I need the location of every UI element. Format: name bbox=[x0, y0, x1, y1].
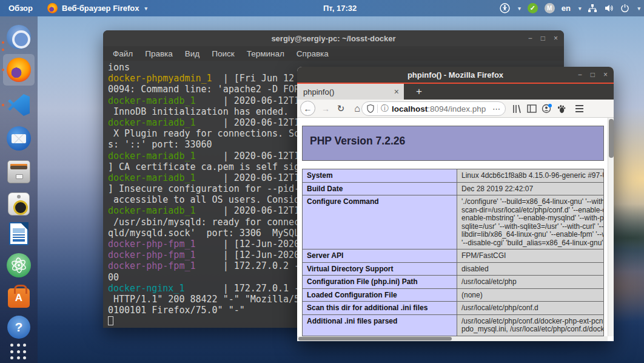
menu-search[interactable]: Поиск bbox=[212, 49, 234, 58]
library-icon[interactable] bbox=[511, 100, 524, 118]
horizontal-scrollbar[interactable] bbox=[297, 336, 608, 341]
scrollbar-thumb[interactable] bbox=[298, 337, 452, 341]
dock: A ? bbox=[0, 16, 38, 363]
php-version-header: PHP Version 7.2.26 bbox=[302, 126, 604, 161]
chevron-down-icon: ▾ bbox=[518, 5, 521, 12]
menu-view[interactable]: Вид bbox=[185, 49, 200, 58]
power-icon[interactable] bbox=[620, 4, 629, 13]
network-wired-icon[interactable] bbox=[588, 4, 597, 13]
table-row: Configure Command'./configure' '--build=… bbox=[303, 195, 604, 249]
dock-item-vscode[interactable] bbox=[7, 93, 31, 117]
maximize-button[interactable]: □ bbox=[541, 34, 545, 42]
reload-button[interactable]: ↻ bbox=[334, 100, 347, 118]
app-menu-label: Веб-браузер Firefox bbox=[62, 4, 139, 13]
firefox-window-title: phpinfo() - Mozilla Firefox bbox=[408, 70, 503, 80]
minimize-button[interactable]: − bbox=[528, 34, 532, 42]
dock-item-atom[interactable] bbox=[7, 253, 31, 277]
running-dot bbox=[2, 104, 4, 106]
tab-title: phpinfo() bbox=[303, 87, 394, 97]
vertical-scrollbar[interactable] bbox=[608, 118, 614, 336]
running-dot bbox=[2, 69, 4, 71]
chevron-down-icon: ▾ bbox=[144, 5, 147, 12]
firefox-window-controls: − □ × bbox=[578, 67, 608, 83]
divider bbox=[377, 104, 378, 113]
vscode-icon bbox=[8, 94, 30, 116]
site-info-icon[interactable]: ⓘ bbox=[381, 103, 389, 114]
dock-item-audio[interactable] bbox=[7, 191, 31, 215]
forward-button[interactable]: → bbox=[319, 100, 332, 118]
new-tab-button[interactable]: + bbox=[411, 84, 427, 100]
ubuntu-software-icon: A bbox=[8, 288, 30, 308]
table-row: Configuration File (php.ini) Path/usr/lo… bbox=[303, 276, 604, 289]
terminal-window-controls: − □ × bbox=[528, 30, 558, 46]
minimize-button[interactable]: − bbox=[578, 70, 582, 79]
menu-help[interactable]: Справка bbox=[297, 49, 329, 58]
thunderbird-icon bbox=[7, 126, 31, 151]
dock-item-writer[interactable] bbox=[7, 222, 31, 246]
dock-item-chromium[interactable] bbox=[7, 25, 31, 49]
firefox-window: phpinfo() - Mozilla Firefox − □ × phpinf… bbox=[297, 67, 614, 341]
table-row: SystemLinux 4dcb6c1f8a8b 4.15.0-96-gener… bbox=[303, 169, 604, 183]
close-button[interactable]: × bbox=[603, 70, 608, 79]
url-host: localhost bbox=[392, 104, 428, 114]
terminal-menubar: Файл Правка Вид Поиск Терминал Справка bbox=[103, 46, 564, 61]
speaker-icon bbox=[8, 192, 30, 215]
account-icon[interactable] bbox=[540, 100, 553, 118]
top-bar: Обзор Веб-браузер Firefox ▾ Пт, 17:32 ▾ … bbox=[0, 0, 644, 16]
terminal-title: sergiy@sergiy-pc: ~/losst-docker bbox=[271, 34, 395, 43]
libreoffice-writer-icon bbox=[9, 222, 29, 245]
table-row: Server APIFPM/FastCGI bbox=[303, 249, 604, 263]
back-button[interactable]: ← bbox=[300, 101, 315, 116]
menu-terminal[interactable]: Терминал bbox=[247, 49, 284, 58]
desktop: Обзор Веб-браузер Firefox ▾ Пт, 17:32 ▾ … bbox=[0, 0, 644, 363]
menu-edit[interactable]: Правка bbox=[145, 49, 173, 58]
system-tray: ▾ ✓ M en ▾ ▾ bbox=[500, 0, 640, 16]
table-row: Additional .ini files parsed/usr/local/e… bbox=[303, 314, 604, 336]
dock-item-firefox[interactable] bbox=[7, 58, 31, 82]
firefox-titlebar[interactable]: phpinfo() - Mozilla Firefox − □ × bbox=[297, 67, 614, 83]
keyboard-layout-indicator[interactable]: en bbox=[562, 4, 571, 13]
notification-dot bbox=[548, 104, 552, 107]
terminal-cursor bbox=[108, 316, 113, 325]
url-text: localhost:8094/index.php bbox=[392, 104, 489, 114]
check-badge-icon[interactable]: ✓ bbox=[528, 3, 538, 13]
dock-item-app-grid[interactable] bbox=[7, 340, 31, 363]
table-row: Loaded Configuration File(none) bbox=[303, 288, 604, 302]
maximize-button[interactable]: □ bbox=[591, 70, 595, 79]
app-grid-icon bbox=[10, 344, 27, 361]
tab-close-icon[interactable]: × bbox=[394, 87, 399, 97]
chevron-down-icon: ▾ bbox=[637, 5, 640, 12]
chevron-down-icon: ▾ bbox=[579, 5, 582, 12]
browser-content: PHP Version 7.2.26 SystemLinux 4dcb6c1f8… bbox=[297, 118, 614, 341]
gnome-foot-icon[interactable] bbox=[554, 100, 568, 118]
file-cabinet-icon bbox=[7, 160, 30, 183]
tab-phpinfo[interactable]: phpinfo() × bbox=[297, 84, 404, 100]
app-menu[interactable]: Веб-браузер Firefox ▾ bbox=[41, 0, 153, 16]
navigation-toolbar: ← → ↻ ⌂ ⓘ localhost:8094/index.php ⋯ bbox=[297, 100, 614, 118]
dock-item-ubuntu-software[interactable]: A bbox=[7, 285, 31, 309]
help-icon: ? bbox=[7, 316, 30, 339]
firefox-icon bbox=[47, 3, 58, 13]
shield-icon[interactable] bbox=[367, 104, 374, 113]
table-row: Build DateDec 28 2019 22:42:07 bbox=[303, 182, 604, 195]
php-version-heading: PHP Version 7.2.26 bbox=[303, 126, 603, 148]
firefox-icon bbox=[7, 58, 31, 82]
menu-file[interactable]: Файл bbox=[113, 49, 133, 58]
scrollbar-thumb[interactable] bbox=[609, 119, 614, 158]
activities-button[interactable]: Обзор bbox=[0, 0, 41, 16]
dock-item-file-cabinet[interactable] bbox=[7, 160, 31, 184]
accessibility-icon[interactable] bbox=[500, 3, 510, 13]
dock-item-help[interactable]: ? bbox=[7, 315, 31, 339]
volume-icon[interactable] bbox=[604, 4, 614, 13]
sidebar-icon[interactable] bbox=[525, 100, 538, 118]
url-bar[interactable]: ⓘ localhost:8094/index.php ⋯ bbox=[361, 101, 506, 116]
terminal-titlebar[interactable]: sergiy@sergiy-pc: ~/losst-docker − □ × bbox=[103, 30, 564, 46]
running-dot bbox=[2, 41, 4, 44]
m-badge-icon[interactable]: M bbox=[545, 3, 555, 13]
page-actions-icon[interactable]: ⋯ bbox=[492, 104, 500, 114]
close-button[interactable]: × bbox=[554, 34, 558, 42]
menu-hamburger-icon[interactable] bbox=[572, 100, 586, 118]
dock-item-thunderbird[interactable] bbox=[7, 126, 31, 151]
clock[interactable]: Пт, 17:32 bbox=[323, 0, 357, 16]
table-row: Scan this dir for additional .ini files/… bbox=[303, 302, 604, 315]
